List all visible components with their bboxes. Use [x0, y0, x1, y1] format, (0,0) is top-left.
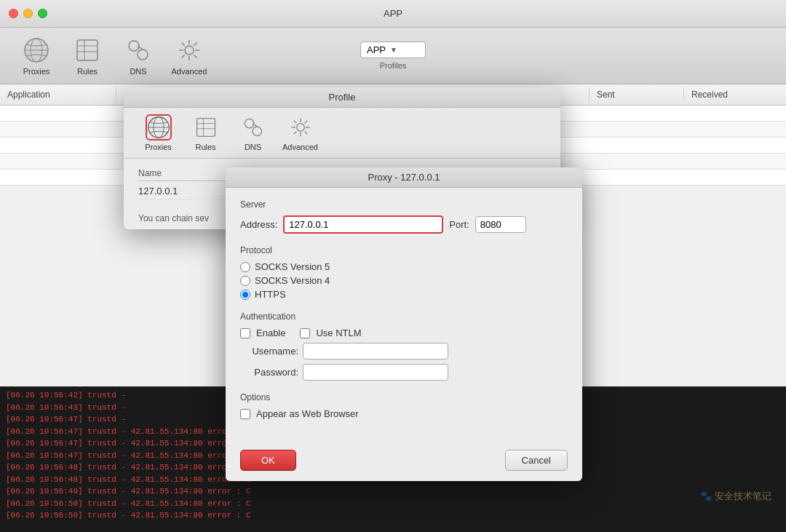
toolbar-proxies[interactable]: Proxies: [15, 36, 58, 76]
radio-https-row: HTTPS: [240, 289, 568, 300]
port-label: Port:: [449, 219, 469, 230]
port-input[interactable]: [475, 216, 526, 233]
profile-proxies-icon: [146, 114, 172, 140]
auth-section: Authentication Enable Use NTLM Username:…: [240, 311, 568, 381]
options-label: Options: [240, 392, 568, 402]
server-section-label: Server: [240, 199, 568, 210]
ok-button[interactable]: OK: [240, 450, 296, 471]
log-line: [06.26 10:56:50] trustd - 42.81.55.134:8…: [6, 498, 780, 510]
dns-icon: [124, 36, 153, 65]
profile-title-bar: Profile: [124, 87, 560, 108]
enable-label: Enable: [256, 327, 285, 338]
proxies-label: Proxies: [23, 67, 50, 76]
username-row: Username:: [240, 343, 568, 360]
proxy-dialog-title-bar: Proxy - 127.0.0.1: [226, 167, 582, 188]
dropdown-arrow-icon: ▼: [390, 46, 397, 54]
cancel-button[interactable]: Cancel: [505, 450, 568, 471]
svg-point-3: [25, 39, 48, 62]
password-row: Password:: [240, 364, 568, 381]
th-application: Application: [0, 87, 116, 102]
proxies-icon: [22, 36, 51, 65]
svg-point-22: [296, 124, 304, 132]
https-label: HTTPS: [255, 289, 286, 300]
toolbar-dns[interactable]: DNS: [116, 36, 160, 76]
maximize-button[interactable]: [38, 9, 47, 18]
username-input[interactable]: [303, 343, 448, 360]
dns-label: DNS: [130, 67, 146, 76]
socks4-radio[interactable]: [240, 276, 250, 286]
password-input[interactable]: [303, 364, 448, 381]
svg-point-20: [253, 127, 261, 135]
profile-dropdown-group: APP ▼ Profiles: [360, 41, 426, 70]
close-button[interactable]: [9, 9, 18, 18]
profile-proxies-label: Proxies: [145, 143, 172, 151]
profile-tab-advanced[interactable]: Advanced: [280, 114, 320, 151]
watermark: 🐾 安全技术笔记: [700, 490, 771, 503]
svg-point-9: [138, 49, 148, 60]
traffic-lights: [9, 9, 47, 18]
th-sent: Sent: [590, 87, 684, 102]
svg-point-19: [245, 119, 253, 127]
profile-rules-icon: [193, 114, 219, 140]
protocol-label: Protocol: [240, 245, 568, 255]
profile-dns-label: DNS: [245, 143, 261, 151]
socks5-label: SOCKS Version 5: [255, 261, 330, 272]
appear-web-checkbox[interactable]: [240, 409, 250, 419]
proxy-dialog-body: Server Address: Port: Protocol SOCKS Ver…: [226, 188, 582, 442]
svg-rect-15: [196, 119, 215, 137]
ntlm-checkbox[interactable]: [300, 328, 310, 338]
svg-point-8: [129, 41, 139, 51]
profiles-label: Profiles: [380, 61, 407, 70]
th-received: Received: [684, 87, 786, 102]
profile-tab-dns[interactable]: DNS: [233, 114, 273, 151]
ntlm-label: Use NTLM: [316, 327, 361, 338]
advanced-icon: [175, 36, 204, 65]
window-title: APP: [384, 8, 402, 19]
radio-socks5-row: SOCKS Version 5: [240, 261, 568, 272]
log-line: [06.26 10:56:50] trustd - 42.81.55.134:8…: [6, 509, 780, 522]
proxy-dialog: Proxy - 127.0.0.1 Server Address: Port: …: [226, 167, 582, 481]
auth-section-label: Authentication: [240, 311, 568, 322]
rules-icon: [73, 36, 102, 65]
log-line: [06.26 10:56:49] trustd - 42.81.55.134:8…: [6, 485, 780, 498]
address-label: Address:: [240, 219, 277, 230]
options-section: Options Appear as Web Browser: [240, 392, 568, 419]
profile-window-title: Profile: [329, 92, 356, 103]
password-label: Password:: [240, 367, 298, 378]
profile-tab-rules[interactable]: Rules: [186, 114, 226, 151]
profile-advanced-label: Advanced: [282, 143, 318, 151]
minimize-button[interactable]: [23, 9, 33, 18]
protocol-section: Protocol SOCKS Version 5 SOCKS Version 4…: [240, 245, 568, 300]
profile-advanced-icon: [287, 114, 314, 140]
svg-point-11: [185, 46, 194, 55]
dialog-buttons: OK Cancel: [226, 442, 582, 481]
enable-checkbox[interactable]: [240, 328, 250, 338]
profile-select[interactable]: APP ▼: [360, 41, 426, 58]
username-label: Username:: [240, 346, 298, 357]
profile-dns-icon: [240, 114, 266, 140]
proxy-dialog-title: Proxy - 127.0.0.1: [368, 172, 440, 183]
svg-rect-4: [77, 40, 98, 60]
socks4-label: SOCKS Version 4: [255, 275, 330, 286]
title-bar: APP: [0, 0, 786, 28]
radio-socks4-row: SOCKS Version 4: [240, 275, 568, 286]
toolbar-advanced[interactable]: Advanced: [167, 36, 211, 76]
advanced-label: Advanced: [172, 67, 207, 76]
address-input[interactable]: [283, 215, 443, 234]
auth-enable-row: Enable Use NTLM: [240, 327, 568, 338]
socks5-radio[interactable]: [240, 262, 250, 272]
profile-value: APP: [367, 44, 386, 55]
profile-tab-proxies[interactable]: Proxies: [138, 114, 178, 151]
profile-toolbar: Proxies Rules DNS: [124, 108, 560, 159]
options-row: Appear as Web Browser: [240, 408, 568, 419]
server-row: Address: Port:: [240, 215, 568, 234]
appear-web-label: Appear as Web Browser: [256, 408, 359, 419]
main-toolbar: Proxies Rules DNS: [0, 28, 786, 84]
https-radio[interactable]: [240, 290, 250, 300]
rules-label: Rules: [77, 67, 98, 76]
profile-rules-label: Rules: [195, 143, 215, 151]
toolbar-rules[interactable]: Rules: [66, 36, 109, 76]
